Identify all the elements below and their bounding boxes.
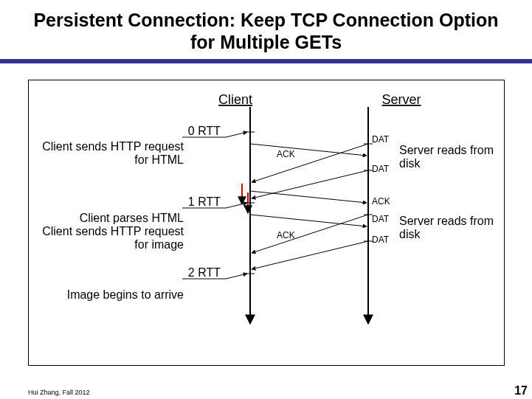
- svg-line-12: [226, 274, 247, 279]
- svg-line-8: [226, 132, 247, 137]
- diagram-container: Client Server 0 RTT 1 RTT 2 RTT Client s…: [28, 80, 505, 366]
- slide-title: Persistent Connection: Keep TCP Connecti…: [0, 0, 532, 58]
- rtt-0-label: 0 RTT: [188, 125, 221, 137]
- server-read-2-line1: Server reads from: [399, 215, 494, 227]
- server-read-1-line1: Server reads from: [399, 144, 494, 156]
- client-html-request-line2: for HTML: [134, 153, 184, 166]
- msg-ack-2-label: ACK: [277, 230, 295, 240]
- page-number: 17: [514, 384, 528, 398]
- server-header: Server: [381, 92, 421, 107]
- client-image-request-line1: Client sends HTTP request: [42, 225, 184, 237]
- image-arrive: Image begins to arrive: [67, 288, 184, 301]
- client-header: Client: [218, 92, 252, 107]
- server-read-1-line2: disk: [399, 157, 421, 170]
- msg-dat-1a-label: DAT: [372, 134, 390, 145]
- msg-dat-2b: [252, 241, 368, 269]
- msg-dat-1b: [252, 170, 368, 198]
- server-read-2-line2: disk: [399, 228, 421, 240]
- client-html-request-line1: Client sends HTTP request: [42, 140, 184, 153]
- footer-text: Hui Zhang, Fall 2012: [28, 389, 90, 396]
- msg-ack-server-1-label: ACK: [372, 196, 390, 207]
- rtt-2-label: 2 RTT: [188, 266, 221, 279]
- msg-dat-1b-label: DAT: [372, 164, 390, 174]
- svg-line-10: [226, 203, 247, 208]
- msg-ack-1-label: ACK: [277, 149, 295, 159]
- msg-dat-2a-label: DAT: [372, 214, 390, 224]
- msg-ack-server-1: [250, 191, 367, 203]
- separator-bar: [0, 59, 532, 63]
- client-parse-html: Client parses HTML: [80, 212, 184, 224]
- client-image-request-line2: for image: [134, 238, 184, 251]
- msg-dat-2b-label: DAT: [372, 235, 390, 245]
- timing-diagram: Client Server 0 RTT 1 RTT 2 RTT Client s…: [29, 80, 504, 365]
- rtt-1-label: 1 RTT: [188, 195, 221, 208]
